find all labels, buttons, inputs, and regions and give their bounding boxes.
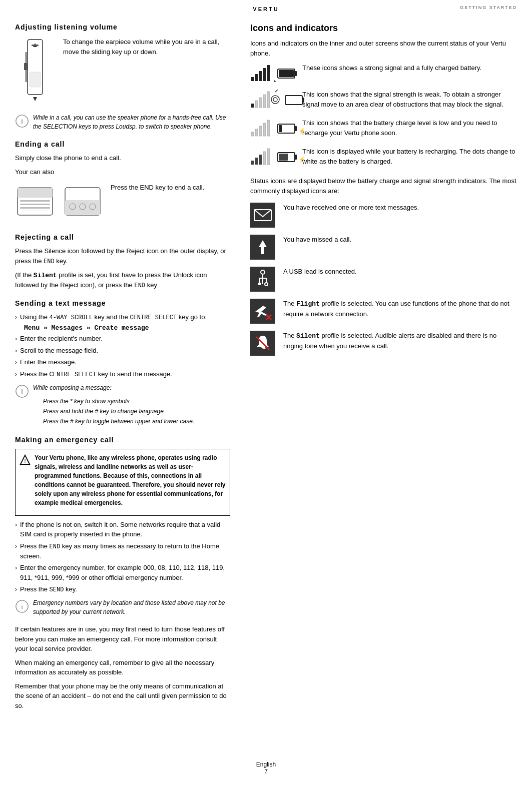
- ending-call-p2: Your can also: [15, 167, 230, 177]
- recharging-icon: ⚡: [250, 147, 295, 168]
- low-battery-desc: This icon shows that the battery charge …: [302, 118, 517, 138]
- svg-rect-49: [267, 120, 270, 136]
- emergency-warning: ! Your Vertu phone, like any wireless ph…: [15, 449, 230, 516]
- svg-rect-32: [295, 71, 297, 76]
- svg-rect-58: [267, 149, 270, 165]
- menu-path: Menu » Messages » Create message: [24, 324, 230, 332]
- bullet-symbols: Press the * key to show symbols: [43, 396, 194, 406]
- composing-note: i While composing a message: Press the *…: [15, 383, 230, 427]
- svg-rect-14: [20, 207, 50, 209]
- svg-rect-54: [251, 161, 254, 165]
- svg-rect-52: [279, 125, 282, 132]
- end-call-illustration: [15, 183, 103, 224]
- ending-call-title: Ending a call: [15, 140, 230, 148]
- svg-rect-60: [295, 155, 297, 160]
- note-icon-2: i: [15, 384, 29, 398]
- bullet-language: Press and hold the # key to change langu…: [43, 406, 194, 416]
- sending-text-steps: › Using the 4-WAY SCROLL key and the CEN…: [15, 312, 230, 379]
- svg-text:i: i: [22, 387, 23, 395]
- flight-icon-box: [250, 299, 275, 324]
- volume-phone-illustration: [15, 37, 55, 107]
- step-4: › Enter the message.: [15, 357, 230, 367]
- svg-rect-39: [267, 92, 270, 108]
- rejecting-call-p2: (If the Silent profile is set, you first…: [15, 270, 230, 291]
- step-5: › Press the CENTRE SELECT key to send th…: [15, 369, 230, 379]
- svg-rect-33: [279, 70, 294, 77]
- missed-call-desc: You have missed a call.: [283, 235, 351, 245]
- svg-rect-12: [20, 200, 50, 202]
- svg-rect-38: [263, 95, 266, 108]
- volume-illustration-text: To change the earpiece volume while you …: [63, 37, 230, 57]
- svg-rect-61: [279, 154, 288, 161]
- missed-call-row: You have missed a call.: [250, 235, 517, 260]
- getting-started-label: GETTING STARTED: [460, 5, 517, 10]
- svg-rect-55: [255, 158, 258, 165]
- emergency-para1: If certain features are in use, you may …: [15, 624, 230, 654]
- svg-line-42: [275, 90, 278, 92]
- svg-rect-36: [255, 101, 258, 108]
- svg-text:i: i: [22, 604, 23, 610]
- weak-signal-desc: This icon shows that the signal strength…: [302, 90, 517, 109]
- low-battery-icon: ⚡: [250, 118, 295, 140]
- silent-row: The Silent profile is selected. Audible …: [250, 331, 517, 356]
- emergency-warning-text: Your Vertu phone, like any wireless phon…: [35, 453, 226, 507]
- adjusting-volume-title: Adjusting listening volume: [15, 23, 230, 31]
- footer-language: English: [256, 761, 276, 768]
- emerg-step-3: › Enter the emergency number, for exampl…: [15, 563, 230, 582]
- page-header: VERTU: [0, 0, 532, 14]
- svg-rect-45: [251, 132, 254, 136]
- emergency-steps: › If the phone is not on, switch it on. …: [15, 520, 230, 595]
- strong-signal-desc: These icons shows a strong signal and a …: [302, 63, 517, 73]
- svg-rect-13: [20, 204, 50, 205]
- strong-signal-row: ▲ These icons shows a strong signal and …: [250, 63, 517, 85]
- svg-rect-57: [263, 152, 266, 165]
- rejecting-call-title: Rejecting a call: [15, 233, 230, 241]
- svg-text:i: i: [22, 118, 23, 125]
- svg-rect-46: [255, 129, 258, 136]
- footer-page-number: 7: [264, 768, 268, 775]
- sending-text-title: Sending a text message: [15, 299, 230, 307]
- emerg-step-1: › If the phone is not on, switch it on. …: [15, 520, 230, 539]
- svg-marker-64: [259, 240, 267, 247]
- silent-icon-box: [250, 331, 275, 356]
- flight-row: The Flight profile is selected. You can …: [250, 299, 517, 324]
- composing-bullets: Press the * key to show symbols Press an…: [43, 396, 194, 427]
- svg-point-40: [271, 96, 279, 104]
- bullet-case: Press the # key to toggle between upper …: [43, 416, 194, 426]
- icons-title: Icons and indicators: [250, 23, 517, 34]
- recharging-row: ⚡ This icon is displayed while your batt…: [250, 147, 517, 170]
- svg-text:!: !: [24, 457, 26, 463]
- svg-rect-28: [259, 71, 262, 81]
- svg-rect-27: [255, 74, 258, 81]
- weak-signal-icon: [250, 90, 295, 111]
- missed-call-icon-box: [250, 235, 275, 260]
- recharging-desc: This icon is displayed while your batter…: [302, 147, 517, 166]
- volume-illustration-row: To change the earpiece volume while you …: [15, 37, 230, 107]
- svg-point-72: [265, 283, 268, 286]
- svg-rect-37: [259, 98, 262, 108]
- svg-rect-71: [258, 283, 261, 285]
- composing-note-content: While composing a message: Press the * k…: [33, 383, 194, 427]
- usb-desc: A USB lead is connected.: [283, 267, 357, 277]
- svg-text:▲: ▲: [273, 79, 277, 83]
- svg-rect-51: [295, 126, 297, 131]
- weak-signal-row: This icon shows that the signal strength…: [250, 90, 517, 113]
- svg-point-41: [273, 98, 277, 102]
- svg-rect-5: [32, 45, 39, 46]
- text-message-desc: You have received one or more text messa…: [283, 203, 419, 213]
- step-2: › Enter the recipient's number.: [15, 334, 230, 344]
- left-column: Adjusting listening volume: [15, 14, 230, 714]
- ending-call-p1: Simply close the phone to end a call.: [15, 153, 230, 163]
- emerg-step-4: › Press the SEND key.: [15, 584, 230, 594]
- text-message-row: You have received one or more text messa…: [250, 203, 517, 228]
- usb-icon-box: [250, 267, 275, 292]
- flight-desc: The Flight profile is selected. You can …: [283, 299, 517, 319]
- svg-rect-48: [263, 123, 266, 136]
- warning-icon: !: [20, 454, 31, 465]
- svg-rect-16: [65, 200, 100, 215]
- svg-rect-47: [259, 126, 262, 136]
- strong-signal-icon: ▲: [250, 63, 295, 85]
- emergency-note-text: Emergency numbers vary by location and t…: [33, 598, 230, 616]
- svg-rect-65: [261, 247, 264, 254]
- note-icon-3: i: [15, 599, 29, 613]
